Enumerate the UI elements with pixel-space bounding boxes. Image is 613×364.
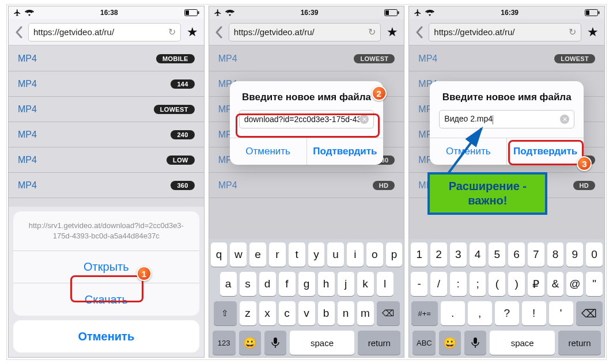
key[interactable]: z xyxy=(240,301,256,325)
clear-icon[interactable]: ✕ xyxy=(360,115,369,124)
emoji-key[interactable]: 😀 xyxy=(239,331,261,355)
symbols-key[interactable]: #+= xyxy=(411,301,438,325)
key[interactable]: " xyxy=(586,272,603,296)
key[interactable]: ₽ xyxy=(528,272,544,296)
dialog-cancel-button[interactable]: Отменить xyxy=(430,138,507,165)
annotation-callout: Расширение - важно! xyxy=(427,172,547,215)
key[interactable]: p xyxy=(386,242,403,267)
key[interactable]: v xyxy=(298,301,315,325)
backspace-key[interactable]: ⌫ xyxy=(576,301,603,325)
list-item[interactable]: MP4240 xyxy=(9,122,204,147)
dialog-confirm-button[interactable]: Подтвердить xyxy=(307,138,384,165)
key[interactable]: 6 xyxy=(508,242,525,267)
key[interactable]: l xyxy=(377,272,393,296)
abc-key[interactable]: ABC xyxy=(413,331,436,355)
key[interactable]: 9 xyxy=(566,242,583,267)
action-sheet: http://srv1.getvideo.at/download?id=2cc0… xyxy=(9,207,204,357)
key[interactable]: - xyxy=(411,272,427,296)
list-item[interactable]: MP4LOW xyxy=(9,147,204,173)
list-item[interactable]: MP4144 xyxy=(9,71,204,97)
key[interactable]: i xyxy=(347,242,364,267)
url-field[interactable]: https://getvideo.at/ru/ ↻ xyxy=(28,23,181,41)
airplane-icon xyxy=(13,9,21,17)
key[interactable]: n xyxy=(338,301,354,325)
key[interactable]: q xyxy=(211,242,228,267)
back-button[interactable] xyxy=(12,24,25,41)
key[interactable]: ' xyxy=(549,301,573,325)
clear-icon[interactable]: ✕ xyxy=(560,115,569,124)
reload-icon[interactable]: ↻ xyxy=(168,26,176,37)
dialog-confirm-button[interactable]: Подтвердить xyxy=(507,138,584,165)
status-bar: 16:38 xyxy=(9,6,204,19)
key[interactable]: , xyxy=(468,301,492,325)
key[interactable]: e xyxy=(249,242,266,267)
key[interactable]: / xyxy=(430,272,447,296)
phone-screenshot-1: 16:38 https://getvideo.at/ru/ ↻ ★ MP4MOB… xyxy=(8,6,205,358)
return-key[interactable]: return xyxy=(358,331,400,355)
phone-screenshot-2: 16:39 https://getvideo.at/ru/ ↻ ★ MP4LOW… xyxy=(209,6,405,358)
key[interactable]: x xyxy=(259,301,276,325)
dialog-cancel-button[interactable]: Отменить xyxy=(230,138,307,165)
list-item[interactable]: MP4MOBILE xyxy=(9,46,204,71)
key[interactable]: y xyxy=(308,242,325,267)
key[interactable]: m xyxy=(357,301,374,325)
svg-rect-6 xyxy=(274,338,277,344)
key[interactable]: ( xyxy=(489,272,505,296)
return-key[interactable]: return xyxy=(558,331,601,355)
list-item[interactable]: MP4360 xyxy=(9,173,204,198)
key[interactable]: r xyxy=(269,242,286,267)
key[interactable]: ? xyxy=(495,301,519,325)
key[interactable]: 7 xyxy=(528,242,544,267)
key[interactable]: 4 xyxy=(470,242,486,267)
key[interactable]: : xyxy=(450,272,467,296)
key[interactable]: b xyxy=(318,301,335,325)
space-key[interactable]: space xyxy=(290,331,355,355)
format-list: MP4MOBILE MP4144 MP4LOWEST MP4240 MP4LOW… xyxy=(9,46,204,198)
dialog-title: Введите новое имя файла xyxy=(430,81,584,110)
shift-key[interactable]: ⇧ xyxy=(214,301,237,325)
browser-navbar: https://getvideo.at/ru/ ↻ ★ xyxy=(9,19,204,46)
wifi-icon xyxy=(25,9,34,16)
keyboard: qwertyuiop asdfghjkl ⇧ zxcvbnm ⌫ 123 😀 s… xyxy=(209,239,404,357)
list-item[interactable]: MP4LOWEST xyxy=(9,97,204,122)
key[interactable]: t xyxy=(289,242,305,267)
key[interactable]: u xyxy=(327,242,344,267)
favorite-icon[interactable]: ★ xyxy=(184,25,200,40)
emoji-key[interactable]: 😀 xyxy=(439,331,461,355)
key[interactable]: a xyxy=(220,272,237,296)
key[interactable]: . xyxy=(441,301,465,325)
space-key[interactable]: space xyxy=(490,331,555,355)
key[interactable]: h xyxy=(318,272,335,296)
key[interactable]: ! xyxy=(522,301,546,325)
filename-input[interactable]: Видео 2.mp4 ✕ xyxy=(439,110,574,128)
key[interactable]: ; xyxy=(470,272,486,296)
mic-key[interactable] xyxy=(464,331,486,355)
key[interactable]: d xyxy=(259,272,276,296)
key[interactable]: c xyxy=(279,301,296,325)
key[interactable]: 3 xyxy=(450,242,467,267)
open-button[interactable]: Открыть xyxy=(13,251,199,283)
key[interactable]: w xyxy=(230,242,247,267)
key[interactable]: 8 xyxy=(547,242,564,267)
numbers-key[interactable]: 123 xyxy=(213,331,236,355)
key[interactable]: f xyxy=(279,272,296,296)
key[interactable]: j xyxy=(338,272,354,296)
key[interactable]: 5 xyxy=(489,242,505,267)
key[interactable]: g xyxy=(298,272,315,296)
key[interactable]: 2 xyxy=(430,242,447,267)
key[interactable]: ) xyxy=(508,272,525,296)
key[interactable]: 1 xyxy=(411,242,427,267)
key[interactable]: o xyxy=(366,242,383,267)
key[interactable]: 0 xyxy=(586,242,603,267)
key[interactable]: @ xyxy=(566,272,583,296)
mic-key[interactable] xyxy=(264,331,286,355)
svg-rect-12 xyxy=(474,338,477,344)
key[interactable]: s xyxy=(240,272,256,296)
cancel-button[interactable]: Отменить xyxy=(13,320,199,352)
download-button[interactable]: Скачать xyxy=(13,283,199,316)
key[interactable]: & xyxy=(547,272,564,296)
key[interactable]: k xyxy=(357,272,374,296)
filename-input[interactable]: download?id=2cc0d3e3-175d-43 ✕ xyxy=(239,110,374,128)
svg-rect-1 xyxy=(186,10,189,15)
backspace-key[interactable]: ⌫ xyxy=(377,301,400,325)
